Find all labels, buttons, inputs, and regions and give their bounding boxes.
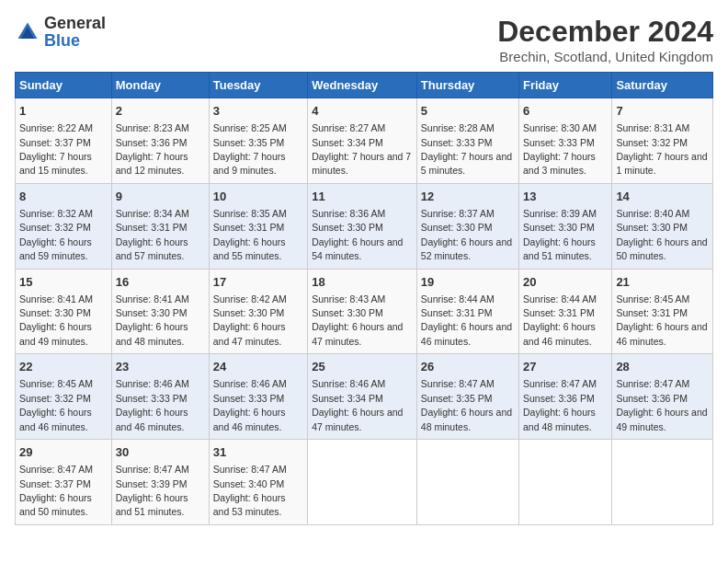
header-row: SundayMondayTuesdayWednesdayThursdayFrid… [16,73,713,98]
logo-blue: Blue [44,31,80,50]
cell-info: Sunrise: 8:35 AMSunset: 3:31 PMDaylight:… [213,208,287,261]
calendar-cell: 31Sunrise: 8:47 AMSunset: 3:40 PMDayligh… [209,440,307,525]
calendar-cell: 22Sunrise: 8:45 AMSunset: 3:32 PMDayligh… [16,354,112,440]
day-number: 2 [116,103,205,120]
header-thursday: Thursday [416,73,518,98]
calendar-cell [308,440,417,525]
week-row-1: 1Sunrise: 8:22 AMSunset: 3:37 PMDaylight… [16,98,713,184]
calendar-cell: 18Sunrise: 8:43 AMSunset: 3:30 PMDayligh… [308,269,417,354]
cell-info: Sunrise: 8:31 AMSunset: 3:32 PMDaylight:… [616,122,707,176]
day-number: 29 [19,444,108,461]
cell-info: Sunrise: 8:47 AMSunset: 3:35 PMDaylight:… [421,378,512,431]
day-number: 31 [213,444,303,461]
cell-info: Sunrise: 8:47 AMSunset: 3:39 PMDaylight:… [116,464,189,517]
calendar-cell [519,440,612,525]
day-number: 11 [312,189,413,205]
week-row-5: 29Sunrise: 8:47 AMSunset: 3:37 PMDayligh… [16,440,713,525]
day-number: 25 [312,359,413,375]
header: General Blue December 2024 Brechin, Scot… [15,15,713,64]
calendar-cell: 6Sunrise: 8:30 AMSunset: 3:33 PMDaylight… [519,98,612,184]
header-sunday: Sunday [16,73,112,98]
day-number: 8 [19,189,108,205]
cell-info: Sunrise: 8:41 AMSunset: 3:30 PMDaylight:… [19,293,93,347]
calendar-cell: 5Sunrise: 8:28 AMSunset: 3:33 PMDaylight… [416,98,518,184]
calendar-cell [612,440,713,525]
title-area: December 2024 Brechin, Scotland, United … [497,15,713,64]
calendar-cell: 23Sunrise: 8:46 AMSunset: 3:33 PMDayligh… [111,354,209,440]
calendar-cell: 26Sunrise: 8:47 AMSunset: 3:35 PMDayligh… [416,354,518,440]
cell-info: Sunrise: 8:44 AMSunset: 3:31 PMDaylight:… [421,293,512,347]
day-number: 24 [213,359,303,375]
header-friday: Friday [519,73,612,98]
calendar-cell: 30Sunrise: 8:47 AMSunset: 3:39 PMDayligh… [111,440,209,525]
day-number: 28 [616,359,709,375]
day-number: 21 [616,274,709,291]
day-number: 14 [616,189,709,205]
day-number: 7 [616,103,709,120]
calendar-cell: 7Sunrise: 8:31 AMSunset: 3:32 PMDaylight… [612,98,713,184]
cell-info: Sunrise: 8:32 AMSunset: 3:32 PMDaylight:… [19,208,93,261]
subtitle: Brechin, Scotland, United Kingdom [497,49,713,64]
calendar-cell: 3Sunrise: 8:25 AMSunset: 3:35 PMDaylight… [209,98,307,184]
week-row-3: 15Sunrise: 8:41 AMSunset: 3:30 PMDayligh… [16,269,713,354]
calendar-cell: 21Sunrise: 8:45 AMSunset: 3:31 PMDayligh… [612,269,713,354]
header-monday: Monday [111,73,209,98]
week-row-4: 22Sunrise: 8:45 AMSunset: 3:32 PMDayligh… [16,354,713,440]
calendar-cell: 11Sunrise: 8:36 AMSunset: 3:30 PMDayligh… [308,183,417,269]
cell-info: Sunrise: 8:47 AMSunset: 3:37 PMDaylight:… [19,464,93,517]
logo-icon [15,19,40,45]
calendar-cell: 12Sunrise: 8:37 AMSunset: 3:30 PMDayligh… [416,183,518,269]
day-number: 4 [312,103,413,120]
cell-info: Sunrise: 8:41 AMSunset: 3:30 PMDaylight:… [116,293,189,347]
week-row-2: 8Sunrise: 8:32 AMSunset: 3:32 PMDaylight… [16,183,713,269]
calendar-table: SundayMondayTuesdayWednesdayThursdayFrid… [15,72,713,525]
day-number: 3 [213,103,303,120]
calendar-cell: 8Sunrise: 8:32 AMSunset: 3:32 PMDaylight… [16,183,112,269]
logo: General Blue [15,15,106,50]
cell-info: Sunrise: 8:42 AMSunset: 3:30 PMDaylight:… [213,293,287,347]
day-number: 5 [421,103,515,120]
calendar-cell: 17Sunrise: 8:42 AMSunset: 3:30 PMDayligh… [209,269,307,354]
cell-info: Sunrise: 8:37 AMSunset: 3:30 PMDaylight:… [421,208,512,261]
day-number: 30 [116,444,205,461]
calendar-cell: 2Sunrise: 8:23 AMSunset: 3:36 PMDaylight… [111,98,209,184]
day-number: 15 [19,274,108,291]
header-tuesday: Tuesday [209,73,307,98]
cell-info: Sunrise: 8:40 AMSunset: 3:30 PMDaylight:… [616,208,707,261]
calendar-cell: 13Sunrise: 8:39 AMSunset: 3:30 PMDayligh… [519,183,612,269]
logo-text: General Blue [44,15,106,50]
header-saturday: Saturday [612,73,713,98]
cell-info: Sunrise: 8:27 AMSunset: 3:34 PMDaylight:… [312,122,411,176]
day-number: 22 [19,359,108,375]
calendar-cell: 27Sunrise: 8:47 AMSunset: 3:36 PMDayligh… [519,354,612,440]
cell-info: Sunrise: 8:45 AMSunset: 3:31 PMDaylight:… [616,293,707,347]
day-number: 19 [421,274,515,291]
day-number: 17 [213,274,303,291]
cell-info: Sunrise: 8:39 AMSunset: 3:30 PMDaylight:… [523,208,597,261]
cell-info: Sunrise: 8:34 AMSunset: 3:31 PMDaylight:… [116,208,189,261]
header-wednesday: Wednesday [308,73,417,98]
day-number: 10 [213,189,303,205]
cell-info: Sunrise: 8:28 AMSunset: 3:33 PMDaylight:… [421,122,512,176]
cell-info: Sunrise: 8:30 AMSunset: 3:33 PMDaylight:… [523,122,597,176]
calendar-cell: 9Sunrise: 8:34 AMSunset: 3:31 PMDaylight… [111,183,209,269]
cell-info: Sunrise: 8:45 AMSunset: 3:32 PMDaylight:… [19,378,93,431]
cell-info: Sunrise: 8:43 AMSunset: 3:30 PMDaylight:… [312,293,403,347]
calendar-cell: 29Sunrise: 8:47 AMSunset: 3:37 PMDayligh… [16,440,112,525]
cell-info: Sunrise: 8:46 AMSunset: 3:34 PMDaylight:… [312,378,403,431]
cell-info: Sunrise: 8:46 AMSunset: 3:33 PMDaylight:… [116,378,189,431]
calendar-cell: 16Sunrise: 8:41 AMSunset: 3:30 PMDayligh… [111,269,209,354]
calendar-cell: 19Sunrise: 8:44 AMSunset: 3:31 PMDayligh… [416,269,518,354]
cell-info: Sunrise: 8:44 AMSunset: 3:31 PMDaylight:… [523,293,597,347]
calendar-cell: 1Sunrise: 8:22 AMSunset: 3:37 PMDaylight… [16,98,112,184]
day-number: 23 [116,359,205,375]
day-number: 9 [116,189,205,205]
cell-info: Sunrise: 8:47 AMSunset: 3:36 PMDaylight:… [616,378,707,431]
calendar-cell [416,440,518,525]
calendar-cell: 20Sunrise: 8:44 AMSunset: 3:31 PMDayligh… [519,269,612,354]
day-number: 12 [421,189,515,205]
calendar-cell: 4Sunrise: 8:27 AMSunset: 3:34 PMDaylight… [308,98,417,184]
calendar-cell: 24Sunrise: 8:46 AMSunset: 3:33 PMDayligh… [209,354,307,440]
calendar-cell: 28Sunrise: 8:47 AMSunset: 3:36 PMDayligh… [612,354,713,440]
day-number: 1 [19,103,108,120]
